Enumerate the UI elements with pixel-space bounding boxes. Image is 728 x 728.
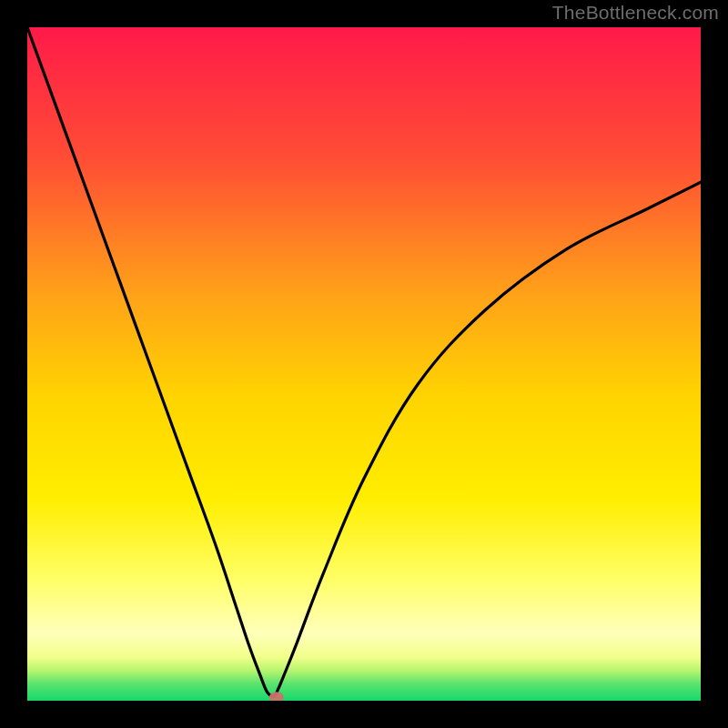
chart-frame: TheBottleneck.com — [0, 0, 728, 728]
watermark-text: TheBottleneck.com — [552, 2, 719, 24]
bottleneck-chart — [27, 27, 701, 701]
gradient-background — [27, 27, 701, 701]
plot-area — [27, 27, 701, 701]
